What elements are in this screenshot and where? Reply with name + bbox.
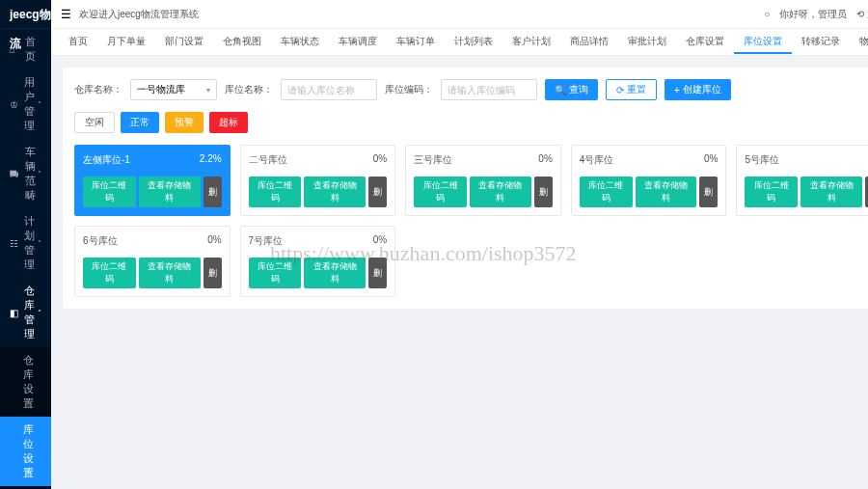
reset-button[interactable]: ⟳ 重置 (606, 79, 657, 100)
sidebar-item[interactable]: ☷计划管理˅ (0, 208, 51, 278)
legend-empty[interactable]: 空闲 (74, 112, 115, 133)
loccode-input[interactable] (441, 79, 537, 100)
tab[interactable]: 库位设置 (734, 31, 792, 54)
tab[interactable]: 车辆调度 (329, 31, 387, 54)
menu-icon: ⛟ (10, 169, 19, 179)
exit-button[interactable]: ⟲ 退出登录 (856, 8, 868, 21)
welcome-text: 欢迎进入jeecg物流管理系统 (79, 8, 199, 21)
card-percent: 2.2% (200, 153, 222, 167)
view-button[interactable]: 查看存储物料 (800, 177, 862, 207)
view-button[interactable]: 查看存储物料 (636, 177, 697, 207)
view-button[interactable]: 查看存储物料 (304, 258, 366, 288)
sidebar-subitem[interactable]: 仓库设置 (0, 347, 51, 417)
tab[interactable]: 客户计划 (502, 31, 560, 54)
qr-button[interactable]: 库位二维码 (580, 177, 633, 207)
cards-grid: 左侧库位-1 2.2% 库位二维码 查看存储物料 删 二号库位 0% 库位二维码… (74, 145, 868, 297)
chevron-icon: ˅ (38, 239, 41, 248)
content-area: 仓库名称： 一号物流库 ▾ 库位名称： 库位编码： 🔍 查询 ⟳ 重置 + 创建… (51, 56, 868, 489)
chevron-down-icon: ▾ (206, 86, 210, 95)
qr-button[interactable]: 库位二维码 (745, 177, 798, 207)
view-button[interactable]: 查看存储物料 (304, 177, 366, 207)
tab[interactable]: 首页 (59, 31, 97, 54)
tab[interactable]: 仓角视图 (213, 31, 271, 54)
delete-button[interactable]: 删 (203, 177, 222, 207)
locname-label: 库位名称： (225, 83, 273, 96)
location-card: 5号库位 0% 库位二维码 查看存储物料 删 (736, 145, 868, 216)
loccode-label: 库位编码： (385, 83, 433, 96)
location-card: 左侧库位-1 2.2% 库位二维码 查看存储物料 删 (74, 145, 231, 216)
card-percent: 0% (704, 153, 718, 167)
location-card: 6号库位 0% 库位二维码 查看存储物料 删 (74, 226, 231, 297)
filter-row: 仓库名称： 一号物流库 ▾ 库位名称： 库位编码： 🔍 查询 ⟳ 重置 + 创建… (74, 79, 868, 100)
menu-label: 仓库管理 (24, 284, 38, 341)
chevron-icon: ˅ (38, 170, 41, 178)
legend-normal[interactable]: 正常 (121, 112, 159, 133)
card-title: 4号库位 (580, 153, 614, 167)
view-button[interactable]: 查看存储物料 (470, 177, 531, 207)
menu-label: 计划管理 (24, 214, 38, 272)
card-title: 5号库位 (745, 153, 779, 167)
delete-button[interactable]: 删 (368, 258, 387, 288)
collapse-icon[interactable]: ☰ (61, 8, 71, 21)
card-percent: 0% (373, 234, 387, 248)
qr-button[interactable]: 库位二维码 (414, 177, 467, 207)
locname-input[interactable] (281, 79, 377, 100)
user-greeting[interactable]: 你好呀，管理员 (779, 8, 847, 21)
create-button[interactable]: + 创建库位 (665, 79, 731, 100)
qr-button[interactable]: 库位二维码 (249, 177, 302, 207)
card-percent: 0% (207, 234, 221, 248)
tab[interactable]: 审批计划 (618, 31, 676, 54)
tab[interactable]: 仓库设置 (676, 31, 734, 54)
warehouse-label: 仓库名称： (74, 83, 122, 96)
main-area: ☰ 欢迎进入jeecg物流管理系统 ○ 你好呀，管理员 ⟲ 退出登录 首页月下单… (51, 0, 868, 489)
tab[interactable]: 月下单量 (97, 31, 155, 54)
card-title: 6号库位 (83, 234, 118, 248)
menu-icon: ☷ (10, 238, 18, 249)
delete-button[interactable]: 删 (368, 177, 387, 207)
qr-button[interactable]: 库位二维码 (83, 177, 136, 207)
menu-icon: ♔ (10, 99, 18, 110)
location-card: 二号库位 0% 库位二维码 查看存储物料 删 (240, 145, 396, 216)
delete-button[interactable]: 删 (534, 177, 553, 207)
menu-icon: ◧ (10, 308, 18, 318)
sidebar-item[interactable]: ⛟车辆范畴˅ (0, 139, 51, 208)
view-button[interactable]: 查看存储物料 (139, 258, 201, 288)
sidebar-item[interactable]: ⌂首页 (0, 29, 51, 69)
chevron-icon: ˄ (38, 309, 41, 317)
legend-over[interactable]: 超标 (209, 112, 248, 133)
location-card: 4号库位 0% 库位二维码 查看存储物料 删 (571, 145, 727, 216)
warehouse-select[interactable]: 一号物流库 ▾ (130, 79, 217, 100)
menu-label: 车辆范畴 (25, 145, 38, 203)
qr-button[interactable]: 库位二维码 (249, 258, 302, 288)
main-menu: ⌂首页♔用户管理˅⛟车辆范畴˅☷计划管理˅◧仓库管理˄仓库设置库位设置转移记录☷… (0, 29, 51, 489)
delete-button[interactable]: 删 (699, 177, 718, 207)
card-percent: 0% (373, 153, 387, 167)
tab[interactable]: 部门设置 (155, 31, 213, 54)
sidebar: jeecg物流 ⌂首页♔用户管理˅⛟车辆范畴˅☷计划管理˅◧仓库管理˄仓库设置库… (0, 0, 51, 489)
chevron-icon: ˅ (38, 100, 41, 109)
location-card: 7号库位 0% 库位二维码 查看存储物料 删 (240, 226, 396, 297)
delete-button[interactable]: 删 (203, 258, 222, 288)
card-percent: 0% (538, 153, 552, 167)
card-title: 左侧库位-1 (83, 153, 130, 167)
location-card: 三号库位 0% 库位二维码 查看存储物料 删 (405, 145, 561, 216)
tab[interactable]: 物料明细 (850, 31, 868, 54)
legend-row: 空闲 正常 预警 超标 (74, 112, 868, 133)
legend-warn[interactable]: 预警 (165, 112, 203, 133)
tab[interactable]: 计划列表 (445, 31, 502, 54)
sidebar-subitem[interactable]: 库位设置 (0, 417, 51, 486)
sidebar-item[interactable]: ♔用户管理˅ (0, 69, 51, 139)
search-button[interactable]: 🔍 查询 (545, 79, 598, 100)
view-button[interactable]: 查看存储物料 (139, 177, 201, 207)
tab[interactable]: 车辆订单 (387, 31, 445, 54)
tab-bar: 首页月下单量部门设置仓角视图车辆状态车辆调度车辆订单计划列表客户计划商品详情审批… (51, 29, 868, 56)
qr-button[interactable]: 库位二维码 (83, 258, 136, 288)
sidebar-item[interactable]: ◧仓库管理˄ (0, 278, 51, 347)
tab[interactable]: 车辆状态 (271, 31, 329, 54)
notification-icon[interactable]: ○ (764, 9, 770, 19)
menu-icon: ⌂ (10, 44, 19, 55)
card-title: 三号库位 (414, 153, 452, 167)
card-title: 7号库位 (249, 234, 284, 248)
tab[interactable]: 商品详情 (560, 31, 618, 54)
tab[interactable]: 转移记录 (792, 31, 850, 54)
